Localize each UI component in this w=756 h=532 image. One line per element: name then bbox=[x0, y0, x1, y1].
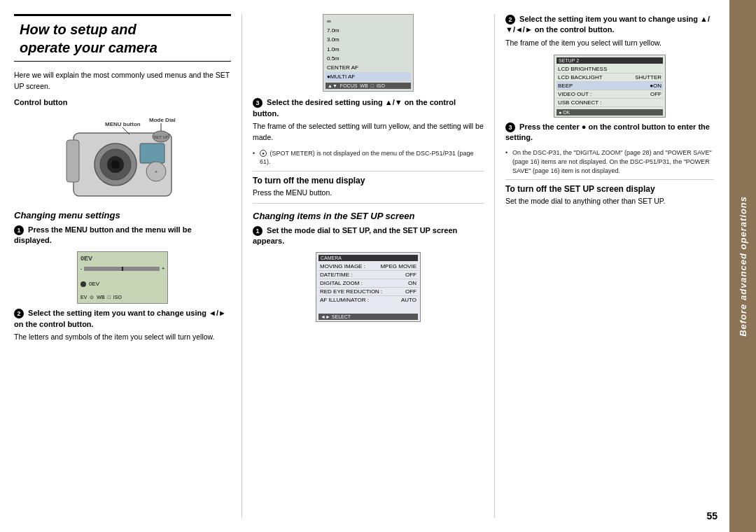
iso-icon: ISO bbox=[113, 295, 122, 300]
turn-off-setup-heading: To turn off the SET UP screen display bbox=[505, 184, 714, 194]
turn-off-menu-text: Press the MENU button. bbox=[253, 188, 484, 199]
ev-bottom: EV ⊙ WB □ ISO bbox=[80, 295, 164, 300]
ev-marker bbox=[122, 267, 123, 271]
ev-icons: EV ⊙ WB □ ISO bbox=[80, 295, 122, 300]
step2-right-bold: 2 Select the setting item you want to ch… bbox=[505, 14, 714, 36]
title-line1: How to setup and operate your camera bbox=[20, 20, 225, 57]
bullet-spot: ● (SPOT METER) is not displayed on the m… bbox=[253, 149, 484, 167]
step2-circle: 2 bbox=[14, 309, 24, 318]
setup2-label-1: LCD BACKLIGHT bbox=[558, 74, 603, 80]
step1-setup-circle: 1 bbox=[253, 226, 262, 236]
step1-menu: 1 Press the MENU button and the menu wil… bbox=[14, 225, 231, 246]
iso2-icon: ISO bbox=[377, 83, 385, 88]
page-container: Before advanced operations How to setup … bbox=[0, 0, 756, 532]
camera-label-2: DIGITAL ZOOM : bbox=[320, 280, 363, 286]
camera-value-2: ON bbox=[408, 280, 416, 286]
setup2-label-3: VIDEO OUT : bbox=[558, 91, 592, 97]
camera-value-3: OFF bbox=[405, 288, 416, 295]
step1-setup: 1 Set the mode dial to SET UP, and the S… bbox=[253, 225, 484, 247]
step1-menu-bold: 1 Press the MENU button and the menu wil… bbox=[14, 225, 231, 246]
setup2-label-4: USB CONNECT : bbox=[558, 99, 602, 106]
step2-menu-bold: 2 Select the setting item you want to ch… bbox=[14, 308, 231, 330]
ev-screen: 0EV - + 0EV EV ⊙ WB bbox=[77, 251, 168, 304]
step3-right-circle: 3 bbox=[505, 122, 515, 132]
setup2-title-bar: SETUP 2 bbox=[556, 57, 663, 64]
step3-menu: 3 Select the desired setting using ▲/▼ o… bbox=[253, 97, 484, 143]
svg-point-5 bbox=[111, 160, 120, 169]
camera-label-4: AF ILLUMINATOR : bbox=[320, 297, 369, 303]
camera-value-4: AUTO bbox=[401, 297, 416, 303]
col-divider-2 bbox=[494, 14, 495, 518]
camera-row-2: DIGITAL ZOOM : ON bbox=[318, 279, 418, 288]
svg-text:MENU button: MENU button bbox=[105, 121, 141, 127]
svg-rect-1 bbox=[66, 140, 79, 182]
col-divider-1 bbox=[241, 14, 242, 518]
sq-icon: □ bbox=[108, 295, 111, 300]
changing-items-heading: Changing items in the SET UP screen bbox=[253, 211, 484, 221]
focus-bottom-bar: ▲▼ FOCUS WB □ ISO bbox=[326, 83, 411, 89]
wb-icon: WB bbox=[97, 295, 104, 300]
camera-label-1: DATE/TIME : bbox=[320, 272, 353, 278]
turn-off-menu-heading: To turn off the menu display bbox=[253, 176, 484, 186]
main-content: How to setup and operate your camera Her… bbox=[0, 0, 756, 532]
focus-lcd: ∞ 7.0m 3.0m 1.0m 0.5m CENTER AF ●MULTI A… bbox=[323, 14, 414, 92]
step1-setup-bold: 1 Set the mode dial to SET UP, and the S… bbox=[253, 225, 484, 247]
bullet-dsc: On the DSC-P31, the "DIGITAL ZOOM" (page… bbox=[505, 148, 714, 175]
focus-screen-wrapper: ∞ 7.0m 3.0m 1.0m 0.5m CENTER AF ●MULTI A… bbox=[253, 14, 484, 92]
step3-right-bold: 3 Press the center ● on the control butt… bbox=[505, 122, 714, 144]
side-tab-text: Before advanced operations bbox=[738, 196, 748, 337]
camera-title-bar: CAMERA bbox=[318, 255, 418, 261]
control-button-label: Control button bbox=[14, 98, 231, 106]
step3-menu-text: The frame of the selected setting will t… bbox=[253, 121, 484, 144]
camera-label-0: MOVING IMAGE : bbox=[320, 263, 365, 270]
setup2-row-2: BEEP ●ON bbox=[556, 82, 663, 90]
ev-zero-indicator: 0EV bbox=[80, 281, 164, 287]
ev-icon: EV bbox=[80, 295, 87, 300]
focus-item-multiaf: ●MULTI AF bbox=[326, 72, 411, 81]
camera-value-1: OFF bbox=[405, 272, 416, 278]
col-right: 2 Select the setting item you want to ch… bbox=[505, 14, 721, 518]
camera-row-0: MOVING IMAGE : MPEG MOVIE bbox=[318, 262, 418, 271]
svg-text:+: + bbox=[155, 169, 158, 175]
ev-zero: 0EV bbox=[89, 281, 99, 287]
col-middle: ∞ 7.0m 3.0m 1.0m 0.5m CENTER AF ●MULTI A… bbox=[253, 14, 484, 518]
changing-menu-heading: Changing menu settings bbox=[14, 210, 231, 220]
focus-item-1m: 1.0m bbox=[326, 45, 411, 54]
step2-right-text: The frame of the item you select will tu… bbox=[505, 38, 714, 49]
turn-off-setup-text: Set the mode dial to anything other than… bbox=[505, 196, 714, 207]
setup2-lcd: SETUP 2 LCD BRIGHTNESS LCD BACKLIGHT SHU… bbox=[554, 55, 666, 118]
svg-rect-6 bbox=[140, 144, 164, 163]
camera-row-3: RED EYE REDUCTION : OFF bbox=[318, 288, 418, 296]
divider-3 bbox=[505, 179, 714, 180]
svg-text:Mode Dial: Mode Dial bbox=[149, 117, 176, 123]
camera-value-0: MPEG MOVIE bbox=[380, 263, 416, 270]
divider-1 bbox=[253, 171, 484, 172]
setup2-row-1: LCD BACKLIGHT SHUTTER bbox=[556, 74, 663, 82]
setup2-row-4: USB CONNECT : bbox=[556, 99, 663, 107]
setup2-value-3: OFF bbox=[650, 91, 662, 97]
focus-item-7m: 7.0m bbox=[326, 26, 411, 35]
camera-diagram: SET UP + MENU button Mode Dial bbox=[14, 112, 231, 203]
focus-nav: ▲▼ bbox=[328, 83, 337, 88]
wb-icon: WB bbox=[360, 83, 368, 88]
ev-plus: + bbox=[162, 266, 164, 271]
setup2-value-1: SHUTTER bbox=[635, 74, 662, 80]
page-number: 55 bbox=[706, 510, 718, 522]
intro-text: Here we will explain the most commonly u… bbox=[14, 70, 231, 92]
focus-item-inf: ∞ bbox=[326, 17, 411, 26]
divider-2 bbox=[253, 203, 484, 204]
camera-rows: MOVING IMAGE : MPEG MOVIE DATE/TIME : OF… bbox=[318, 262, 418, 304]
camera-row-4: AF ILLUMINATOR : AUTO bbox=[318, 296, 418, 304]
camera-setup-lcd: CAMERA MOVING IMAGE : MPEG MOVIE DATE/TI… bbox=[316, 252, 421, 322]
setup2-value-2: ●ON bbox=[650, 83, 662, 89]
focus-item-05m: 0.5m bbox=[326, 54, 411, 63]
camera-bottom-bar: ◄► SELECT bbox=[318, 314, 418, 320]
step2-menu: 2 Select the setting item you want to ch… bbox=[14, 308, 231, 343]
step2-menu-text: The letters and symbols of the item you … bbox=[14, 332, 231, 343]
setup2-row-3: VIDEO OUT : OFF bbox=[556, 90, 663, 99]
setup2-row-0: LCD BRIGHTNESS bbox=[556, 65, 663, 74]
ev-label: 0EV bbox=[80, 255, 164, 262]
focus-item-centeraf: CENTER AF bbox=[326, 63, 411, 72]
focus-list: ∞ 7.0m 3.0m 1.0m 0.5m CENTER AF ●MULTI A… bbox=[326, 17, 411, 81]
setup2-rows: LCD BRIGHTNESS LCD BACKLIGHT SHUTTER BEE… bbox=[556, 65, 663, 115]
